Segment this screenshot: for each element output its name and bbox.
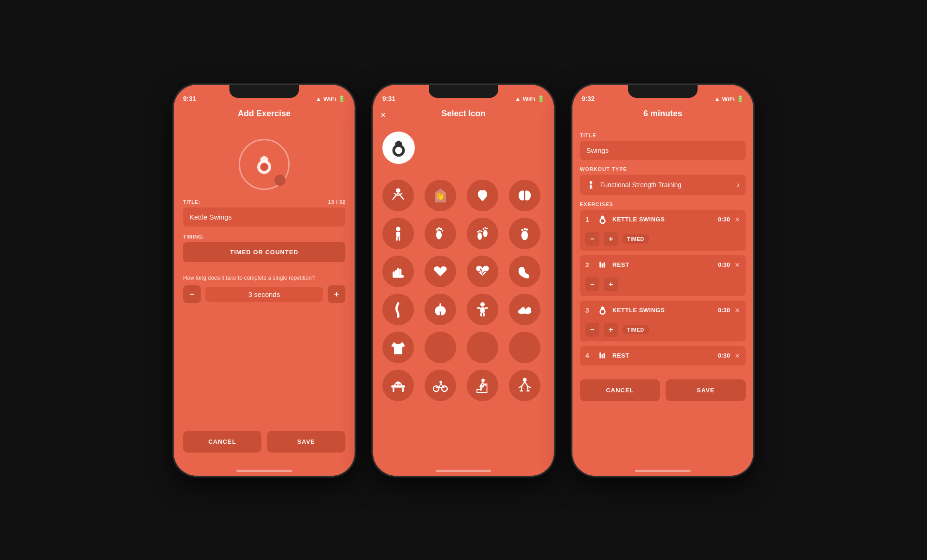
stepper-row: − 3 seconds +: [183, 285, 345, 303]
brain-icon: [516, 187, 533, 204]
exercise-row-1: 1 KETTLE SWINGS 0:30 ✕: [580, 210, 746, 229]
svg-point-6: [396, 188, 400, 193]
icon-item-jumping[interactable]: [509, 370, 540, 401]
icon-item-leg2[interactable]: [382, 294, 414, 325]
clapping-icon: 👏: [432, 187, 449, 204]
icon-item-heart[interactable]: [425, 256, 456, 287]
exercise-name-4: REST: [612, 352, 713, 359]
icon-item-tshirt[interactable]: [382, 332, 414, 363]
body-icon: [474, 301, 491, 318]
exercise-close-3[interactable]: ✕: [735, 307, 740, 314]
icon-item-body2[interactable]: [467, 294, 498, 325]
title-label: TITLE: 13 / 32: [183, 199, 345, 205]
svg-rect-18: [399, 237, 400, 240]
cancel-button-1[interactable]: CANCEL: [183, 431, 261, 453]
notch-3: [628, 85, 698, 98]
save-button-1[interactable]: SAVE: [267, 431, 345, 453]
icon-item-muscle[interactable]: [467, 180, 498, 211]
svg-point-59: [590, 181, 592, 184]
icon-item-empty3[interactable]: [509, 332, 540, 363]
svg-point-58: [523, 378, 527, 381]
stepper-minus[interactable]: −: [183, 285, 201, 303]
timing-button[interactable]: TIMED OR COUNTED: [183, 242, 345, 262]
svg-point-34: [524, 228, 526, 230]
ex-plus-3[interactable]: +: [604, 323, 618, 337]
icon-item-person[interactable]: [382, 218, 414, 249]
stepper-plus[interactable]: +: [328, 285, 345, 303]
workout-type-label: WORKOUT TYPE: [580, 166, 746, 172]
icon-item-leg[interactable]: [509, 218, 540, 249]
svg-rect-40: [393, 275, 404, 277]
ex-minus-2[interactable]: −: [585, 277, 599, 291]
header-title-1: Add Exercise: [238, 109, 291, 118]
running-stairs-icon: [474, 377, 491, 394]
svg-rect-52: [393, 387, 394, 392]
ex-plus-2[interactable]: +: [604, 277, 618, 291]
svg-rect-16: [396, 232, 400, 237]
exercise-time-1: 0:30: [718, 216, 730, 223]
close-button-2[interactable]: ×: [381, 110, 386, 120]
icon-item-footprints[interactable]: [467, 218, 498, 249]
icon-item-footprint[interactable]: [425, 218, 456, 249]
icon-item-empty1[interactable]: [425, 332, 456, 363]
exercise-close-4[interactable]: ✕: [735, 352, 740, 359]
icon-item-bench[interactable]: [382, 370, 414, 401]
status-time-1: 9:31: [183, 95, 196, 102]
workout-type-row[interactable]: Functional Strength Training ›: [580, 175, 746, 195]
icon-item-kidney[interactable]: [509, 256, 540, 287]
icon-item-empty2[interactable]: [467, 332, 498, 363]
phone-2: 9:31 ▲ WiFi 🔋 × Select Icon: [373, 85, 554, 476]
workout-type-value: Functional Strength Training: [600, 181, 681, 189]
svg-point-24: [477, 233, 482, 240]
svg-rect-5: [397, 140, 400, 142]
icon-item-lungs[interactable]: [425, 294, 456, 325]
svg-point-25: [477, 231, 479, 233]
svg-rect-60: [590, 187, 591, 189]
icon-item-heartrate[interactable]: [467, 256, 498, 287]
cancel-button-3[interactable]: CANCEL: [580, 379, 660, 401]
status-time-3: 9:32: [582, 95, 595, 102]
icon-item-brain[interactable]: [509, 180, 540, 211]
stepper-value: 3 seconds: [205, 287, 323, 302]
home-indicator-3: [635, 470, 691, 472]
kettlebell-preview-icon: [387, 137, 410, 159]
svg-rect-70: [602, 306, 603, 307]
title-value-3[interactable]: Swings: [580, 141, 746, 160]
svg-point-56: [439, 380, 442, 383]
screen-content-1: ··· TITLE: 13 / 32 TIMING: TIMED OR COUN…: [174, 125, 355, 476]
svg-point-69: [601, 310, 604, 313]
save-button-3[interactable]: SAVE: [666, 379, 746, 401]
svg-point-20: [436, 228, 438, 231]
workout-type-icon: [586, 180, 596, 189]
svg-rect-43: [480, 307, 485, 313]
icon-item-hand[interactable]: [382, 256, 414, 287]
exercise-close-2[interactable]: ✕: [735, 261, 740, 269]
title-input[interactable]: [183, 208, 345, 227]
muscle-icon: [474, 187, 491, 204]
svg-point-1: [260, 163, 268, 170]
timing-section: TIMING: TIMED OR COUNTED: [183, 234, 345, 262]
ex-minus-1[interactable]: −: [585, 232, 599, 246]
selected-icon-preview: [382, 132, 415, 164]
ex-minus-3[interactable]: −: [585, 323, 599, 337]
svg-rect-64: [602, 215, 603, 216]
svg-point-15: [396, 227, 400, 231]
svg-point-19: [436, 230, 442, 239]
bench-press-icon: [390, 377, 406, 394]
svg-point-31: [486, 227, 488, 229]
svg-rect-47: [485, 307, 488, 309]
icon-item-shoes[interactable]: [509, 294, 540, 325]
organ-icon: [516, 263, 533, 280]
dots-badge[interactable]: ···: [274, 175, 286, 186]
exercise-close-1[interactable]: ✕: [735, 216, 740, 223]
icon-item-running[interactable]: [467, 370, 498, 401]
ex-plus-1[interactable]: +: [604, 232, 618, 246]
icon-item-clapping[interactable]: 👏: [425, 180, 456, 211]
svg-rect-61: [591, 187, 592, 189]
icon-item-martial-arts[interactable]: [382, 180, 414, 211]
exercise-num-4: 4: [585, 352, 593, 359]
exercise-icon-circle[interactable]: ···: [239, 139, 290, 190]
ex-controls-3: − + TIMED: [580, 320, 746, 341]
exercise-num-1: 1: [585, 216, 593, 223]
icon-item-cycling[interactable]: [425, 370, 456, 401]
